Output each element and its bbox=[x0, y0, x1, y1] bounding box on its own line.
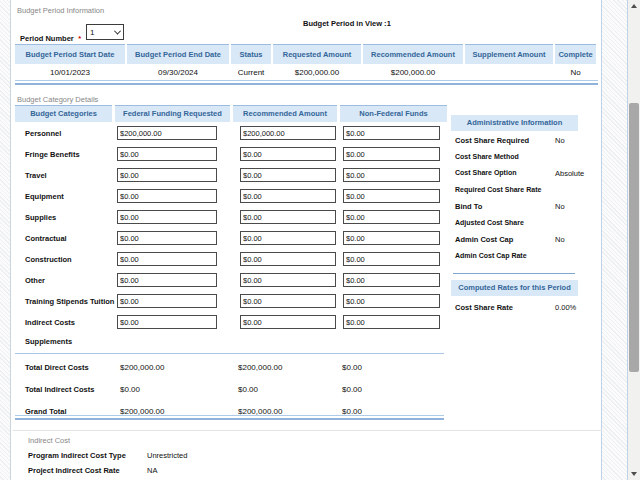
category-table-header-row: Budget Categories Federal Funding Reques… bbox=[15, 105, 450, 122]
computed-rates-title: Computed Rates for this Period bbox=[451, 280, 578, 296]
indirect-value: Unrestricted bbox=[147, 451, 187, 460]
admin-label: Admin Cost Cap bbox=[455, 235, 513, 244]
category-row-construction: Construction bbox=[15, 250, 445, 271]
federal-funding-input[interactable] bbox=[117, 252, 217, 266]
category-label: Travel bbox=[25, 171, 47, 180]
category-label: Construction bbox=[25, 255, 72, 264]
computed-value: 0.00% bbox=[555, 303, 576, 312]
scroll-up-button[interactable] bbox=[628, 0, 640, 12]
scroll-down-icon bbox=[631, 472, 637, 476]
left-gutter bbox=[0, 0, 11, 480]
total-recommended-value: $200,000.00 bbox=[238, 363, 283, 372]
category-label: Other bbox=[25, 276, 45, 285]
category-details-section-title: Budget Category Details bbox=[17, 95, 98, 104]
indirect-label: Project Indirect Cost Rate bbox=[28, 466, 120, 475]
column-header: Supplement Amount bbox=[465, 44, 553, 64]
federal-funding-input[interactable] bbox=[117, 231, 217, 245]
indirect-label: Program Indirect Cost Type bbox=[28, 451, 126, 460]
federal-funding-input[interactable] bbox=[117, 294, 217, 308]
recommended-amount-input[interactable] bbox=[240, 210, 336, 224]
scrollbar-thumb[interactable] bbox=[629, 103, 639, 372]
non-federal-funds-input[interactable] bbox=[343, 126, 440, 140]
category-row-other: Other bbox=[15, 271, 445, 292]
recommended-amount-input[interactable] bbox=[240, 126, 336, 140]
total-nonfederal-value: $0.00 bbox=[342, 363, 362, 372]
period-table-bottom-rule bbox=[15, 80, 598, 85]
federal-funding-input[interactable] bbox=[117, 126, 217, 140]
category-row-travel: Travel bbox=[15, 166, 445, 187]
federal-funding-input[interactable] bbox=[117, 147, 217, 161]
column-header: Recommended Amount bbox=[363, 44, 463, 64]
admin-value: Absolute bbox=[555, 169, 584, 178]
category-label: Indirect Costs bbox=[25, 318, 75, 327]
period-in-view-value: 1 bbox=[387, 19, 391, 28]
column-header: Non-Federal Funds bbox=[340, 105, 447, 122]
total-recommended-value: $0.00 bbox=[238, 385, 258, 394]
federal-funding-input[interactable] bbox=[117, 273, 217, 287]
requested-amount-cell: $200,000.00 bbox=[273, 64, 361, 81]
category-rows: Personnel Fringe Benefits Travel Equipme… bbox=[15, 124, 445, 334]
recommended-amount-input[interactable] bbox=[240, 168, 336, 182]
non-federal-funds-input[interactable] bbox=[343, 147, 440, 161]
admin-label: Adjusted Cost Share bbox=[455, 219, 524, 226]
period-in-view-label: Budget Period in View : bbox=[303, 19, 387, 28]
category-label: Equipment bbox=[25, 192, 64, 201]
admin-panel-separator bbox=[453, 273, 575, 274]
column-header: Federal Funding Requested bbox=[115, 105, 230, 122]
vertical-scrollbar[interactable] bbox=[628, 0, 640, 480]
non-federal-funds-input[interactable] bbox=[343, 252, 440, 266]
totals-top-rule bbox=[15, 353, 444, 354]
column-header: Complete bbox=[555, 44, 596, 64]
federal-funding-input[interactable] bbox=[117, 210, 217, 224]
category-label: Contractual bbox=[25, 234, 67, 243]
non-federal-funds-input[interactable] bbox=[343, 210, 440, 224]
recommended-amount-input[interactable] bbox=[240, 231, 336, 245]
scroll-up-icon bbox=[631, 4, 637, 8]
period-info-section-title: Budget Period Information bbox=[17, 6, 104, 15]
category-label: Supplies bbox=[25, 213, 56, 222]
recommended-amount-input[interactable] bbox=[240, 189, 336, 203]
category-label: Personnel bbox=[25, 129, 61, 138]
non-federal-funds-input[interactable] bbox=[343, 315, 440, 329]
admin-label: Cost Share Required bbox=[455, 136, 529, 145]
admin-value: No bbox=[555, 136, 565, 145]
total-federal-value: $200,000.00 bbox=[120, 363, 165, 372]
category-row-indirect-costs: Indirect Costs bbox=[15, 313, 445, 334]
category-row-contractual: Contractual bbox=[15, 229, 445, 250]
supplement-amount-cell bbox=[465, 64, 553, 81]
non-federal-funds-input[interactable] bbox=[343, 273, 440, 287]
non-federal-funds-input[interactable] bbox=[343, 189, 440, 203]
recommended-amount-input[interactable] bbox=[240, 315, 336, 329]
non-federal-funds-input[interactable] bbox=[343, 168, 440, 182]
start-date-cell: 10/01/2023 bbox=[15, 64, 125, 81]
total-direct-costs-row: Total Direct Costs $200,000.00 $200,000.… bbox=[15, 359, 445, 381]
required-marker: * bbox=[78, 34, 81, 43]
recommended-amount-input[interactable] bbox=[240, 252, 336, 266]
period-number-select[interactable]: 1 bbox=[86, 24, 124, 40]
period-number-selected-value: 1 bbox=[90, 28, 115, 37]
total-label: Total Indirect Costs bbox=[25, 385, 94, 394]
chevron-down-icon bbox=[114, 27, 121, 34]
admin-value: No bbox=[555, 235, 565, 244]
period-number-label: Period Number bbox=[20, 34, 74, 43]
recommended-amount-input[interactable] bbox=[240, 147, 336, 161]
admin-info-title: Administrative Information bbox=[451, 115, 578, 131]
federal-funding-input[interactable] bbox=[117, 189, 217, 203]
recommended-amount-cell: $200,000.00 bbox=[363, 64, 463, 81]
recommended-amount-input[interactable] bbox=[240, 294, 336, 308]
non-federal-funds-input[interactable] bbox=[343, 231, 440, 245]
scroll-down-button[interactable] bbox=[628, 468, 640, 480]
federal-funding-input[interactable] bbox=[117, 168, 217, 182]
period-table-header-row: Budget Period Start Date Budget Period E… bbox=[15, 44, 598, 64]
period-in-view: Budget Period in View :1 bbox=[303, 19, 391, 28]
status-cell: Current bbox=[231, 64, 271, 81]
column-header: Recommended Amount bbox=[233, 105, 337, 122]
category-row-equipment: Equipment bbox=[15, 187, 445, 208]
category-label: Fringe Benefits bbox=[25, 150, 80, 159]
federal-funding-input[interactable] bbox=[117, 315, 217, 329]
recommended-amount-input[interactable] bbox=[240, 273, 336, 287]
total-federal-value: $0.00 bbox=[120, 385, 140, 394]
indirect-value: NA bbox=[147, 466, 157, 475]
complete-cell: No bbox=[555, 64, 596, 81]
non-federal-funds-input[interactable] bbox=[343, 294, 440, 308]
